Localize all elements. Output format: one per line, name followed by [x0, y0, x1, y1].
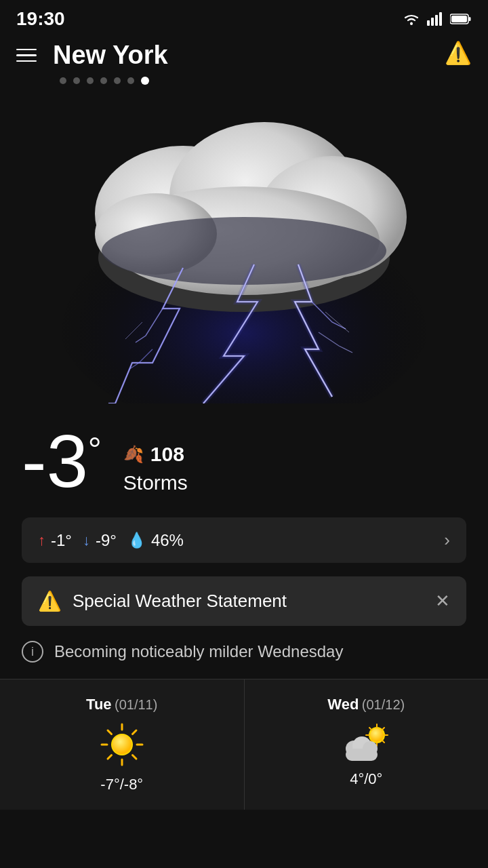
- partly-cloudy-icon: [339, 722, 393, 762]
- signal-icon: [427, 12, 443, 26]
- up-arrow-icon: ↑: [38, 532, 45, 549]
- forecast-date-tue: (01/11): [115, 697, 157, 712]
- status-time: 19:30: [16, 8, 65, 30]
- humidity-stat: 💧 46%: [127, 531, 184, 550]
- aqi-value: 108: [150, 443, 184, 466]
- leaf-icon: 🍂: [123, 445, 144, 464]
- forecast-day-label-wed: Wed (01/12): [327, 696, 405, 713]
- weather-visual: [0, 85, 488, 410]
- dot-3[interactable]: [87, 77, 94, 84]
- alert-text: Special Weather Statement: [73, 591, 424, 612]
- info-icon: i: [22, 641, 43, 663]
- menu-button[interactable]: [16, 49, 37, 62]
- svg-line-23: [132, 730, 136, 734]
- alert-warning-icon: ⚠️: [38, 590, 62, 612]
- dot-4[interactable]: [100, 77, 107, 84]
- svg-line-21: [108, 730, 112, 734]
- forecast-row: Tue (01/11): [0, 679, 488, 810]
- svg-rect-4: [439, 12, 442, 26]
- svg-rect-7: [451, 16, 467, 22]
- high-temp-value: -1°: [51, 531, 72, 550]
- forecast-day-label: Tue (01/11): [86, 696, 157, 713]
- info-text: Becoming noticeably milder Wednesday: [54, 642, 343, 661]
- forecast-tuesday[interactable]: Tue (01/11): [0, 679, 244, 810]
- dot-1[interactable]: [60, 77, 66, 84]
- svg-line-22: [132, 755, 136, 760]
- battery-icon: [450, 13, 472, 25]
- svg-line-31: [369, 728, 372, 730]
- dot-2[interactable]: [73, 77, 80, 84]
- high-temp-stat: ↑ -1°: [38, 531, 72, 550]
- svg-point-15: [102, 217, 386, 285]
- svg-point-35: [370, 728, 384, 742]
- sun-icon: [99, 722, 145, 768]
- dot-5[interactable]: [114, 77, 121, 84]
- svg-point-25: [113, 735, 131, 754]
- svg-rect-3: [435, 15, 438, 26]
- wifi-icon: [403, 12, 420, 26]
- forecast-day-tue: Tue: [86, 696, 111, 713]
- dot-6[interactable]: [127, 77, 134, 84]
- city-name: New York: [53, 41, 168, 70]
- low-temp-stat: ↓ -9°: [83, 531, 117, 550]
- humidity-value: 46%: [151, 531, 184, 550]
- svg-line-24: [108, 755, 112, 760]
- temperature-section: -3° 🍂 108 Storms: [0, 410, 488, 498]
- svg-line-33: [382, 728, 385, 730]
- forecast-date-wed: (01/12): [362, 697, 405, 712]
- forecast-temp-wed: 4°/0°: [350, 770, 382, 788]
- svg-rect-39: [346, 749, 378, 761]
- status-bar: 19:30: [0, 0, 488, 35]
- weather-condition: Storms: [123, 471, 188, 494]
- chevron-right-icon[interactable]: ›: [444, 530, 450, 551]
- svg-point-0: [410, 22, 413, 25]
- header: New York ⚠️: [0, 35, 488, 70]
- warning-icon[interactable]: ⚠️: [445, 40, 472, 66]
- info-row: i Becoming noticeably milder Wednesday: [0, 626, 488, 663]
- low-temp-value: -9°: [96, 531, 117, 550]
- dot-7-active[interactable]: [141, 77, 149, 85]
- drop-icon: 💧: [127, 532, 146, 549]
- aqi-row: 🍂 108: [123, 443, 188, 466]
- forecast-wednesday[interactable]: Wed (01/12): [244, 679, 489, 810]
- alert-close-button[interactable]: ✕: [435, 591, 450, 612]
- status-icons: [403, 12, 472, 26]
- storm-illustration: [47, 92, 441, 403]
- forecast-temp-tue: -7°/-8°: [100, 776, 143, 793]
- stats-bar[interactable]: ↑ -1° ↓ -9° 💧 46% ›: [22, 517, 466, 563]
- svg-line-32: [382, 741, 385, 743]
- temperature-value: -3°: [22, 424, 102, 498]
- svg-rect-2: [431, 18, 434, 26]
- svg-rect-6: [469, 17, 471, 21]
- location-dots: [0, 70, 488, 85]
- forecast-day-wed: Wed: [327, 696, 359, 713]
- alert-banner[interactable]: ⚠️ Special Weather Statement ✕: [22, 576, 466, 626]
- down-arrow-icon: ↓: [83, 532, 90, 549]
- weather-info: 🍂 108 Storms: [123, 424, 188, 494]
- svg-rect-1: [427, 20, 430, 26]
